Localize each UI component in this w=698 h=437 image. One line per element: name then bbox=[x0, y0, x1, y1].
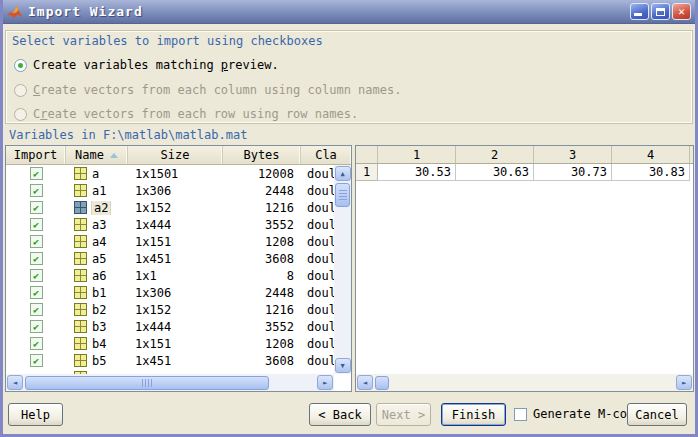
import-checkbox[interactable]: ✔ bbox=[30, 167, 43, 180]
radio-create-variables[interactable]: Create variables matching preview. bbox=[14, 57, 279, 73]
import-checkbox[interactable]: ✔ bbox=[30, 184, 43, 197]
scroll-down-icon[interactable]: ▼ bbox=[335, 358, 351, 373]
preview-horizontal-scrollbar[interactable]: ◄ ► bbox=[356, 374, 693, 391]
matrix-icon bbox=[74, 337, 87, 350]
dialog-content: Select variables to import using checkbo… bbox=[3, 24, 695, 434]
preview-cell[interactable]: 30.73 bbox=[534, 164, 612, 181]
table-row[interactable]: ✔a61x18doul bbox=[6, 267, 334, 284]
preview-table: 1234 130.5330.6330.7330.83 ◄ ► bbox=[355, 145, 694, 392]
variable-bytes: 3552 bbox=[223, 218, 301, 232]
import-checkbox[interactable]: ✔ bbox=[30, 286, 43, 299]
minimize-icon bbox=[634, 13, 642, 16]
column-header-size[interactable]: Size bbox=[128, 146, 223, 164]
import-checkbox[interactable]: ✔ bbox=[30, 303, 43, 316]
table-row[interactable]: ✔b51x4513608doul bbox=[6, 352, 334, 369]
preview-cell[interactable]: 30.63 bbox=[456, 164, 534, 181]
variable-size: 1x152 bbox=[128, 201, 223, 215]
instruction-label: Select variables to import using checkbo… bbox=[12, 34, 323, 48]
variable-bytes: 1208 bbox=[223, 235, 301, 249]
import-checkbox[interactable]: ✔ bbox=[30, 337, 43, 350]
title-bar[interactable]: Import Wizard ✕ bbox=[3, 0, 695, 24]
import-checkbox[interactable]: ✔ bbox=[30, 201, 43, 214]
preview-header-row: 1234 bbox=[356, 146, 693, 164]
scroll-up-icon[interactable]: ▲ bbox=[335, 166, 351, 181]
scroll-left-icon[interactable]: ◄ bbox=[357, 375, 373, 390]
variable-bytes: 1216 bbox=[223, 201, 301, 215]
variable-class: doul bbox=[301, 337, 334, 351]
preview-column-header-partial bbox=[690, 146, 693, 163]
column-header-import[interactable]: Import bbox=[6, 146, 66, 164]
preview-column-header[interactable]: 2 bbox=[456, 146, 534, 163]
preview-cell[interactable]: 30.83 bbox=[612, 164, 690, 181]
table-row[interactable]: ✔a41x1511208doul bbox=[6, 233, 334, 250]
table-row[interactable]: ✔a51x4513608doul bbox=[6, 250, 334, 267]
sort-ascending-icon bbox=[110, 153, 118, 158]
scroll-right-icon[interactable]: ► bbox=[317, 375, 333, 390]
table-row[interactable]: ✔b41x1511208doul bbox=[6, 335, 334, 352]
import-checkbox[interactable]: ✔ bbox=[30, 252, 43, 265]
horizontal-scroll-thumb[interactable] bbox=[25, 376, 269, 390]
column-header-class[interactable]: Cla bbox=[301, 146, 351, 164]
table-row[interactable]: ✔a11x3062448doul bbox=[6, 182, 334, 199]
variable-class: doul bbox=[301, 286, 334, 300]
preview-column-header[interactable]: 3 bbox=[534, 146, 612, 163]
generate-mcode-label: Generate M-code bbox=[533, 407, 641, 421]
matrix-icon bbox=[74, 320, 87, 333]
variable-bytes: 3608 bbox=[223, 354, 301, 368]
variable-name: a6 bbox=[92, 269, 106, 283]
maximize-icon bbox=[656, 8, 665, 16]
close-button[interactable]: ✕ bbox=[672, 3, 691, 20]
variables-table: Import Name Size Bytes Cla ✔a1x150112008… bbox=[5, 145, 352, 392]
horizontal-scroll-thumb[interactable] bbox=[375, 376, 389, 390]
matrix-icon bbox=[74, 235, 87, 248]
back-button[interactable]: < Back bbox=[309, 403, 371, 426]
matrix-icon bbox=[74, 167, 87, 180]
finish-button[interactable]: Finish bbox=[441, 403, 506, 426]
preview-row-header: 1 bbox=[356, 164, 378, 181]
generate-mcode-checkbox[interactable] bbox=[514, 408, 527, 421]
thumb-grip bbox=[339, 190, 347, 200]
radio-button-icon bbox=[14, 108, 27, 121]
radio-button-icon[interactable] bbox=[14, 59, 27, 72]
vertical-scroll-thumb[interactable] bbox=[335, 183, 350, 207]
preview-corner-cell bbox=[356, 146, 378, 163]
matlab-logo-icon bbox=[7, 4, 23, 20]
scroll-right-icon[interactable]: ► bbox=[676, 375, 692, 390]
import-checkbox[interactable]: ✔ bbox=[30, 354, 43, 367]
table-row[interactable]: ✔b21x1521216doul bbox=[6, 301, 334, 318]
table-row[interactable]: ✔a1x150112008doul bbox=[6, 165, 334, 182]
variable-class: doul bbox=[301, 252, 334, 266]
import-checkbox[interactable]: ✔ bbox=[30, 218, 43, 231]
variable-class: doul bbox=[301, 218, 334, 232]
minimize-button[interactable] bbox=[630, 3, 649, 20]
table-row[interactable]: ✔b11x3062448doul bbox=[6, 284, 334, 301]
help-button[interactable]: Help bbox=[8, 403, 63, 426]
scroll-left-icon[interactable]: ◄ bbox=[7, 375, 23, 390]
import-checkbox[interactable]: ✔ bbox=[30, 320, 43, 333]
import-checkbox[interactable]: ✔ bbox=[30, 269, 43, 282]
table-row[interactable]: ✔a31x4443552doul bbox=[6, 216, 334, 233]
variables-file-label: Variables in F:\matlab\matlab.mat bbox=[9, 128, 247, 142]
cancel-button[interactable]: Cancel bbox=[627, 403, 687, 426]
variable-bytes: 3608 bbox=[223, 252, 301, 266]
variables-horizontal-scrollbar[interactable]: ◄ ► bbox=[6, 374, 334, 391]
variable-name: a4 bbox=[92, 235, 106, 249]
column-header-bytes[interactable]: Bytes bbox=[223, 146, 301, 164]
variable-size: 1x444 bbox=[128, 320, 223, 334]
variable-name: a bbox=[92, 167, 99, 181]
radio-label: Create variables matching preview. bbox=[33, 58, 279, 72]
variable-class: doul bbox=[301, 167, 334, 181]
table-row[interactable]: ✔b31x4443552doul bbox=[6, 318, 334, 335]
table-row[interactable]: ✔a21x1521216doul bbox=[6, 199, 334, 216]
variable-bytes: 2448 bbox=[223, 286, 301, 300]
preview-column-header[interactable]: 1 bbox=[378, 146, 456, 163]
preview-column-header[interactable]: 4 bbox=[612, 146, 690, 163]
variable-size: 1x152 bbox=[128, 303, 223, 317]
maximize-button[interactable] bbox=[651, 3, 670, 20]
generate-mcode-option[interactable]: Generate M-code bbox=[514, 407, 641, 421]
variables-vertical-scrollbar[interactable]: ▲ ▼ bbox=[334, 165, 351, 374]
variable-size: 1x151 bbox=[128, 235, 223, 249]
preview-cell[interactable]: 30.53 bbox=[378, 164, 456, 181]
import-checkbox[interactable]: ✔ bbox=[30, 235, 43, 248]
column-header-name[interactable]: Name bbox=[66, 146, 128, 164]
